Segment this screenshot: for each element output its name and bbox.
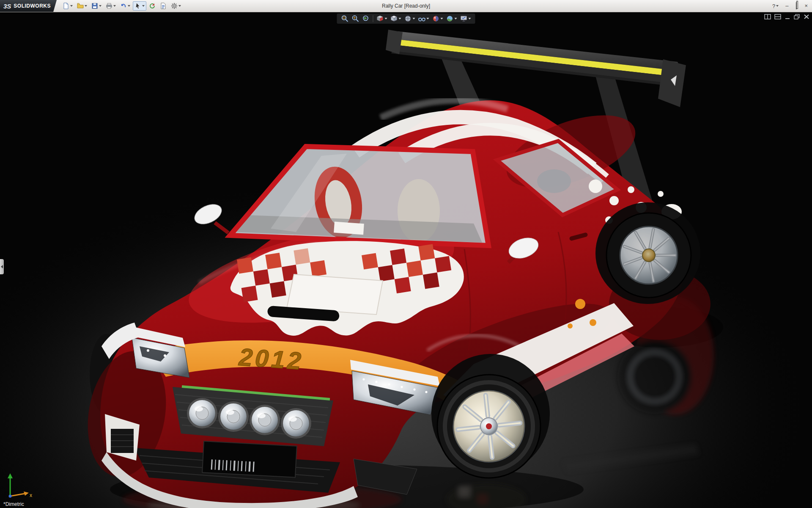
dropdown-caret[interactable] — [113, 5, 116, 7]
view-orientation-button[interactable] — [390, 14, 402, 23]
new-document-icon — [63, 3, 69, 9]
new-document-button[interactable] — [61, 1, 74, 11]
zoom-to-area-button[interactable] — [351, 14, 360, 23]
zoom-to-area-icon — [352, 15, 359, 22]
edit-appearance-ball-icon — [432, 15, 440, 22]
dropdown-caret[interactable] — [70, 5, 73, 7]
license-plate[interactable] — [202, 441, 297, 477]
minimize-pane-icon[interactable] — [785, 14, 790, 19]
dropdown-caret[interactable] — [385, 18, 387, 19]
dropdown-caret[interactable] — [776, 5, 779, 7]
close-pane-icon[interactable] — [804, 14, 809, 19]
previous-view-icon — [362, 15, 370, 22]
collapse-arrow-icon — [1, 265, 3, 268]
view-orientation-label: *Dimetric — [3, 501, 24, 507]
minimize-button[interactable]: – — [783, 0, 791, 11]
rear-right-wheel[interactable] — [606, 213, 691, 298]
display-style-button[interactable] — [403, 14, 416, 23]
dropdown-caret[interactable] — [441, 18, 443, 19]
graphics-area[interactable]: 2012 — [0, 12, 812, 508]
display-style-icon — [404, 15, 412, 22]
window-controls: ? – × — [771, 0, 810, 12]
dropdown-caret[interactable] — [99, 5, 102, 7]
undo-icon — [120, 3, 127, 9]
heads-up-view-toolbar — [337, 14, 475, 24]
select-cursor-icon — [134, 3, 141, 9]
file-properties-icon — [160, 3, 167, 9]
apply-scene-button[interactable] — [445, 14, 458, 23]
dropdown-caret[interactable] — [178, 5, 181, 7]
rebuild-button[interactable] — [147, 1, 157, 11]
feature-tree-collapse-tab[interactable] — [0, 259, 4, 274]
file-properties-button[interactable] — [158, 1, 168, 11]
section-view-button[interactable] — [376, 14, 388, 23]
dropdown-caret[interactable] — [399, 18, 401, 19]
view-settings-icon — [460, 15, 468, 22]
dropdown-caret[interactable] — [128, 5, 130, 7]
view-settings-button[interactable] — [459, 14, 472, 23]
undo-button[interactable] — [118, 1, 132, 11]
help-button[interactable]: ? — [771, 3, 780, 9]
orientation-triad: x — [4, 471, 35, 499]
triad-x-label: x — [30, 492, 32, 498]
hide-show-items-button[interactable] — [417, 14, 430, 23]
view-orientation-cube-icon — [390, 15, 398, 22]
dropdown-caret[interactable] — [427, 18, 429, 19]
help-label: ? — [772, 3, 775, 9]
model-render-rally-car[interactable]: 2012 — [0, 12, 812, 508]
restore-button[interactable] — [793, 0, 799, 11]
main-toolbar — [61, 1, 183, 11]
options-button[interactable] — [169, 1, 183, 11]
options-gear-icon — [171, 3, 178, 9]
dropdown-caret[interactable] — [469, 18, 471, 19]
window-title: Rally Car [Read-only] — [382, 3, 430, 9]
solidworks-logo[interactable]: 3S SOLIDWORKS — [0, 0, 57, 12]
open-folder-icon — [77, 3, 84, 9]
save-icon — [91, 3, 98, 9]
hide-show-glasses-icon — [418, 15, 426, 22]
edit-appearance-button[interactable] — [431, 14, 444, 23]
restore-icon — [796, 2, 797, 9]
restore-pane-icon[interactable] — [794, 14, 800, 19]
split-pane-left-icon[interactable] — [764, 14, 771, 19]
3ds-logo-icon: 3S — [3, 3, 11, 10]
toolbar-separator — [373, 15, 373, 22]
brand-name: SOLIDWORKS — [14, 3, 51, 9]
zoom-to-fit-icon — [341, 15, 349, 22]
save-button[interactable] — [90, 1, 103, 11]
print-icon — [106, 3, 112, 9]
previous-view-button[interactable] — [362, 14, 371, 23]
year-decal: 2012 — [238, 343, 304, 375]
select-button[interactable] — [133, 1, 146, 11]
dropdown-caret[interactable] — [142, 5, 145, 7]
dropdown-caret[interactable] — [455, 18, 457, 19]
titlebar: 3S SOLIDWORKS — [0, 0, 812, 12]
close-button[interactable]: × — [802, 0, 810, 11]
print-button[interactable] — [104, 1, 118, 11]
zoom-to-fit-button[interactable] — [340, 14, 350, 23]
dropdown-caret[interactable] — [413, 18, 415, 19]
open-button[interactable] — [75, 1, 89, 11]
dropdown-caret[interactable] — [85, 5, 87, 7]
rebuild-icon — [149, 3, 156, 9]
apply-scene-icon — [446, 15, 454, 22]
section-view-icon — [376, 15, 384, 22]
document-window-controls — [764, 14, 809, 19]
split-pane-right-icon[interactable] — [774, 14, 781, 19]
